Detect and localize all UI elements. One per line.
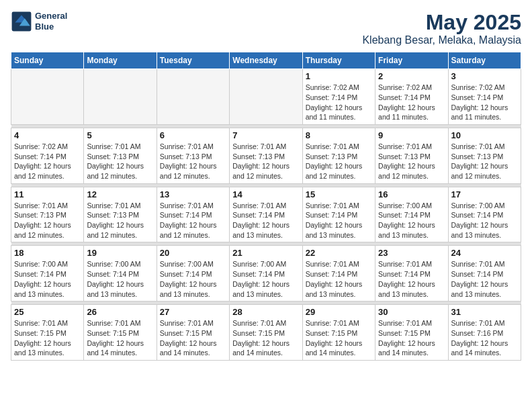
day-number: 21 xyxy=(232,248,299,258)
day-info: Sunrise: 7:01 AM Sunset: 7:15 PM Dayligh… xyxy=(87,318,153,358)
day-info: Sunrise: 7:01 AM Sunset: 7:13 PM Dayligh… xyxy=(160,142,226,181)
day-number: 25 xyxy=(14,307,81,317)
day-header-sunday: Sunday xyxy=(11,52,84,69)
day-number: 31 xyxy=(451,307,518,317)
location-title: Klebang Besar, Melaka, Malaysia xyxy=(362,34,521,46)
day-number: 3 xyxy=(451,71,518,81)
calendar-cell: 31Sunrise: 7:01 AM Sunset: 7:16 PM Dayli… xyxy=(448,305,521,361)
calendar-header-row: SundayMondayTuesdayWednesdayThursdayFrid… xyxy=(11,52,521,69)
day-info: Sunrise: 7:00 AM Sunset: 7:14 PM Dayligh… xyxy=(160,259,226,299)
calendar-cell: 29Sunrise: 7:01 AM Sunset: 7:15 PM Dayli… xyxy=(302,305,375,361)
day-info: Sunrise: 7:02 AM Sunset: 7:14 PM Dayligh… xyxy=(14,142,81,181)
day-number: 2 xyxy=(378,71,445,81)
day-header-friday: Friday xyxy=(375,52,448,69)
calendar-cell xyxy=(157,69,229,125)
day-number: 16 xyxy=(378,189,445,199)
day-number: 7 xyxy=(232,130,299,140)
day-info: Sunrise: 7:01 AM Sunset: 7:15 PM Dayligh… xyxy=(160,318,226,358)
calendar-cell: 16Sunrise: 7:00 AM Sunset: 7:14 PM Dayli… xyxy=(375,187,448,242)
day-number: 24 xyxy=(451,248,518,258)
page-header: General Blue May 2025 Klebang Besar, Mel… xyxy=(11,11,521,46)
calendar-cell xyxy=(11,69,84,125)
calendar-cell: 8Sunrise: 7:01 AM Sunset: 7:13 PM Daylig… xyxy=(302,128,375,183)
day-header-tuesday: Tuesday xyxy=(157,52,229,69)
day-info: Sunrise: 7:01 AM Sunset: 7:14 PM Dayligh… xyxy=(160,201,226,240)
calendar-cell: 30Sunrise: 7:01 AM Sunset: 7:15 PM Dayli… xyxy=(375,305,448,361)
calendar-cell: 5Sunrise: 7:01 AM Sunset: 7:13 PM Daylig… xyxy=(84,128,157,183)
calendar-week-2: 4Sunrise: 7:02 AM Sunset: 7:14 PM Daylig… xyxy=(11,128,521,183)
day-header-wednesday: Wednesday xyxy=(230,52,302,69)
day-info: Sunrise: 7:02 AM Sunset: 7:14 PM Dayligh… xyxy=(451,83,518,122)
logo: General Blue xyxy=(11,11,67,32)
calendar-cell: 17Sunrise: 7:00 AM Sunset: 7:14 PM Dayli… xyxy=(448,187,521,242)
day-number: 29 xyxy=(306,307,372,317)
day-number: 10 xyxy=(451,130,518,140)
calendar-cell: 28Sunrise: 7:01 AM Sunset: 7:15 PM Dayli… xyxy=(230,305,302,361)
day-number: 27 xyxy=(160,307,226,317)
day-info: Sunrise: 7:01 AM Sunset: 7:13 PM Dayligh… xyxy=(87,142,153,181)
calendar-cell: 12Sunrise: 7:01 AM Sunset: 7:13 PM Dayli… xyxy=(84,187,157,242)
day-info: Sunrise: 7:01 AM Sunset: 7:13 PM Dayligh… xyxy=(378,142,445,181)
calendar-cell: 3Sunrise: 7:02 AM Sunset: 7:14 PM Daylig… xyxy=(448,69,521,125)
day-info: Sunrise: 7:01 AM Sunset: 7:14 PM Dayligh… xyxy=(451,259,518,299)
day-info: Sunrise: 7:02 AM Sunset: 7:14 PM Dayligh… xyxy=(306,83,372,122)
logo-text: General Blue xyxy=(35,11,67,32)
day-info: Sunrise: 7:01 AM Sunset: 7:16 PM Dayligh… xyxy=(451,318,518,358)
day-number: 12 xyxy=(87,189,153,199)
day-number: 22 xyxy=(306,248,372,258)
day-number: 4 xyxy=(14,130,81,140)
day-number: 26 xyxy=(87,307,153,317)
calendar-cell: 21Sunrise: 7:00 AM Sunset: 7:14 PM Dayli… xyxy=(230,246,302,302)
day-number: 23 xyxy=(378,248,445,258)
calendar-cell: 26Sunrise: 7:01 AM Sunset: 7:15 PM Dayli… xyxy=(84,305,157,361)
calendar-cell: 4Sunrise: 7:02 AM Sunset: 7:14 PM Daylig… xyxy=(11,128,84,183)
logo-icon xyxy=(11,11,32,32)
calendar-cell: 22Sunrise: 7:01 AM Sunset: 7:14 PM Dayli… xyxy=(302,246,375,302)
calendar-table: SundayMondayTuesdayWednesdayThursdayFrid… xyxy=(11,52,521,361)
day-number: 9 xyxy=(378,130,445,140)
calendar-cell: 11Sunrise: 7:01 AM Sunset: 7:13 PM Dayli… xyxy=(11,187,84,242)
calendar-cell: 23Sunrise: 7:01 AM Sunset: 7:14 PM Dayli… xyxy=(375,246,448,302)
day-info: Sunrise: 7:01 AM Sunset: 7:13 PM Dayligh… xyxy=(87,201,153,240)
day-info: Sunrise: 7:01 AM Sunset: 7:14 PM Dayligh… xyxy=(306,259,372,299)
day-number: 6 xyxy=(160,130,226,140)
calendar-cell: 6Sunrise: 7:01 AM Sunset: 7:13 PM Daylig… xyxy=(157,128,229,183)
calendar-cell: 20Sunrise: 7:00 AM Sunset: 7:14 PM Dayli… xyxy=(157,246,229,302)
calendar-cell: 7Sunrise: 7:01 AM Sunset: 7:13 PM Daylig… xyxy=(230,128,302,183)
calendar-cell: 19Sunrise: 7:00 AM Sunset: 7:14 PM Dayli… xyxy=(84,246,157,302)
day-number: 13 xyxy=(160,189,226,199)
day-number: 30 xyxy=(378,307,445,317)
calendar-cell: 24Sunrise: 7:01 AM Sunset: 7:14 PM Dayli… xyxy=(448,246,521,302)
day-number: 8 xyxy=(306,130,372,140)
calendar-cell: 13Sunrise: 7:01 AM Sunset: 7:14 PM Dayli… xyxy=(157,187,229,242)
calendar-week-5: 25Sunrise: 7:01 AM Sunset: 7:15 PM Dayli… xyxy=(11,305,521,361)
day-number: 14 xyxy=(232,189,299,199)
title-block: May 2025 Klebang Besar, Melaka, Malaysia xyxy=(362,11,521,46)
day-header-saturday: Saturday xyxy=(448,52,521,69)
day-info: Sunrise: 7:01 AM Sunset: 7:15 PM Dayligh… xyxy=(378,318,445,358)
day-number: 15 xyxy=(306,189,372,199)
calendar-cell: 1Sunrise: 7:02 AM Sunset: 7:14 PM Daylig… xyxy=(302,69,375,125)
day-info: Sunrise: 7:00 AM Sunset: 7:14 PM Dayligh… xyxy=(378,201,445,240)
day-info: Sunrise: 7:01 AM Sunset: 7:15 PM Dayligh… xyxy=(232,318,299,358)
day-number: 17 xyxy=(451,189,518,199)
calendar-cell: 27Sunrise: 7:01 AM Sunset: 7:15 PM Dayli… xyxy=(157,305,229,361)
calendar-cell: 9Sunrise: 7:01 AM Sunset: 7:13 PM Daylig… xyxy=(375,128,448,183)
day-info: Sunrise: 7:01 AM Sunset: 7:13 PM Dayligh… xyxy=(232,142,299,181)
calendar-cell xyxy=(84,69,157,125)
day-number: 5 xyxy=(87,130,153,140)
day-number: 1 xyxy=(306,71,372,81)
calendar-cell: 14Sunrise: 7:01 AM Sunset: 7:14 PM Dayli… xyxy=(230,187,302,242)
day-info: Sunrise: 7:00 AM Sunset: 7:14 PM Dayligh… xyxy=(451,201,518,240)
calendar-cell: 25Sunrise: 7:01 AM Sunset: 7:15 PM Dayli… xyxy=(11,305,84,361)
month-title: May 2025 xyxy=(362,11,521,34)
day-info: Sunrise: 7:02 AM Sunset: 7:14 PM Dayligh… xyxy=(378,83,445,122)
day-info: Sunrise: 7:00 AM Sunset: 7:14 PM Dayligh… xyxy=(232,259,299,299)
logo-line2: Blue xyxy=(35,21,54,32)
calendar-cell: 2Sunrise: 7:02 AM Sunset: 7:14 PM Daylig… xyxy=(375,69,448,125)
logo-line1: General xyxy=(35,11,67,21)
day-info: Sunrise: 7:01 AM Sunset: 7:14 PM Dayligh… xyxy=(306,201,372,240)
calendar-cell xyxy=(230,69,302,125)
day-number: 20 xyxy=(160,248,226,258)
day-info: Sunrise: 7:01 AM Sunset: 7:15 PM Dayligh… xyxy=(306,318,372,358)
